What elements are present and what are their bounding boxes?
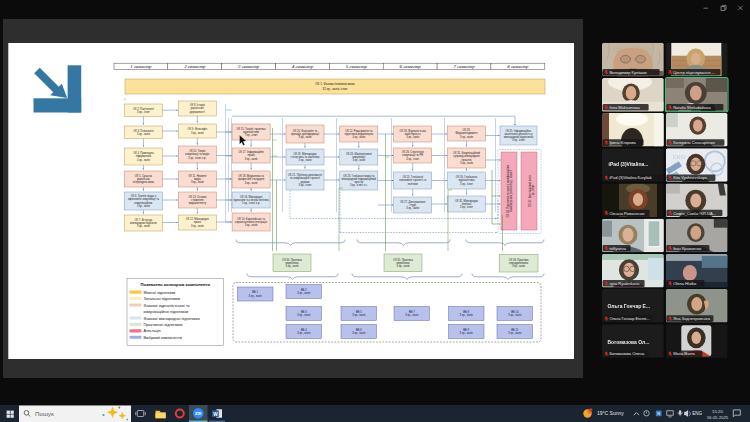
svg-text:3 кр., залік: 3 кр., залік	[512, 264, 526, 268]
svg-text:3 кр., залік: 3 кр., залік	[297, 331, 311, 335]
svg-text:3 кр., іспит: 3 кр., іспит	[512, 138, 526, 142]
svg-text:3 кр., залік: 3 кр., залік	[245, 157, 259, 161]
svg-text:Іван Кравченко: Іван Кравченко	[673, 246, 702, 251]
svg-text:W: W	[213, 412, 218, 417]
svg-text:політики: політики	[408, 182, 419, 186]
svg-text:Ірина Єгорова: Ірина Єгорова	[609, 140, 636, 145]
svg-text:5 кр., іспит, к.р.: 5 кр., іспит, к.р.	[188, 156, 206, 160]
svg-text:медіаконтенту: медіаконтенту	[189, 201, 207, 205]
svg-text:Irina Maksumova: Irina Maksumova	[609, 105, 640, 110]
svg-text:4 кр., іспит: 4 кр., іспит	[406, 157, 420, 161]
svg-text:3 кр., залік: 3 кр., залік	[397, 264, 411, 268]
svg-text:Пошук: Пошук	[35, 410, 54, 417]
svg-text:комунікаційної підготовки: комунікаційної підготовки	[144, 310, 189, 314]
svg-text:3 кр., залік: 3 кр., залік	[406, 135, 420, 139]
svg-text:3 кр., залік: 3 кр., залік	[352, 313, 366, 317]
svg-text:8 семестр: 8 семестр	[507, 64, 529, 69]
svg-text:4 семестр: 4 семестр	[292, 64, 314, 69]
svg-text:3 кр., залік: 3 кр., залік	[406, 206, 420, 210]
svg-text:7 кр., іспит: 7 кр., іспит	[245, 133, 259, 137]
svg-text:19°C Sunny: 19°C Sunny	[597, 410, 624, 416]
svg-text:Богомазова Олена: Богомазова Олена	[609, 351, 645, 356]
svg-text:7 семестр: 7 семестр	[453, 64, 475, 69]
svg-text:3 кр., залік: 3 кр., залік	[137, 204, 151, 208]
svg-text:5 семестр: 5 семестр	[346, 64, 368, 69]
svg-text:3 кр., залік: 3 кр., залік	[245, 223, 259, 227]
svg-text:3 кр., іспит: 3 кр., іспит	[299, 183, 313, 187]
svg-text:iPad (3)Vitalina Kuryliak: iPad (3)Vitalina Kuryliak	[609, 175, 651, 180]
svg-text:бакалаврської роботи 6 кр., за: бакалаврської роботи 6 кр., захист	[509, 169, 513, 212]
svg-text:Maria Burns: Maria Burns	[673, 351, 695, 356]
svg-text:Фахової міжнародної підготовки: Фахової міжнародної підготовки	[144, 317, 200, 321]
svg-text:3 кр., залік: 3 кр., залік	[137, 224, 151, 228]
svg-text:6 семестр: 6 семестр	[400, 64, 422, 69]
svg-text:1 семестр: 1 семестр	[130, 64, 152, 69]
svg-text:3 кр., залік: 3 кр., залік	[191, 180, 205, 184]
svg-text:3 кр., залік: 3 кр., залік	[352, 158, 366, 162]
svg-text:3 кр., залік: 3 кр., залік	[299, 158, 313, 162]
svg-text:3 кр., залік: 3 кр., залік	[460, 135, 474, 139]
svg-text:Центр ліцензування ...: Центр ліцензування ...	[673, 70, 715, 75]
svg-text:3 кр., залік: 3 кр., залік	[352, 331, 366, 335]
svg-text:Kita Vyshnevskaya: Kita Vyshnevskaya	[673, 175, 707, 180]
svg-text:3 кр., залік: 3 кр., залік	[460, 161, 474, 165]
svg-text:Olena Hlutko: Olena Hlutko	[673, 281, 697, 286]
svg-text:ЕКО: ЕКО	[673, 154, 686, 160]
svg-text:літературна мова: літературна мова	[133, 180, 155, 184]
svg-text:Позначено кольором компоненти: Позначено кольором компоненти	[140, 282, 210, 287]
svg-text:N: N	[657, 412, 660, 416]
svg-text:5 кр., іспит, к.р.: 5 кр., іспит, к.р.	[242, 201, 260, 205]
svg-text:Мовної підготовки: Мовної підготовки	[144, 291, 176, 295]
svg-text:4 кр., залік: 4 кр., залік	[137, 158, 151, 162]
svg-text:3 кр., залік: 3 кр., залік	[405, 313, 419, 317]
svg-text:3 кр., залік: 3 кр., залік	[508, 313, 522, 317]
svg-text:3 кр., залік: 3 кр., залік	[286, 264, 300, 268]
svg-text:3 кр., залік: 3 кр., залік	[191, 131, 205, 135]
svg-text:Атестація: Атестація	[144, 329, 161, 333]
svg-text:Загальної підготовки: Загальної підготовки	[144, 297, 180, 301]
svg-text:3 семестр: 3 семестр	[238, 64, 260, 69]
svg-text:Natalia Sheludiakova: Natalia Sheludiakova	[673, 105, 711, 110]
svg-text:2 семестр: 2 семестр	[184, 64, 206, 69]
svg-text:3 кр., залік: 3 кр., залік	[460, 313, 474, 317]
svg-text:державності: державності	[190, 110, 205, 114]
svg-text:3 кр., залік: 3 кр., залік	[191, 224, 205, 228]
svg-text:32 кр., залік, іспит: 32 кр., залік, іспит	[323, 87, 349, 91]
svg-text:Практичної підготовки: Практичної підготовки	[144, 323, 183, 327]
svg-text:ENG: ENG	[692, 411, 702, 416]
svg-text:3 кр., залік: 3 кр., залік	[508, 331, 522, 335]
svg-text:4 кр., залік: 4 кр., залік	[352, 135, 366, 139]
svg-text:1 кр., іспит: 1 кр., іспит	[531, 184, 535, 198]
svg-text:ОК 1. Фахова іноземна мова: ОК 1. Фахова іноземна мова	[315, 82, 355, 86]
svg-text:Богомазова Ол...: Богомазова Ол...	[608, 339, 650, 345]
svg-text:3 кр., залік: 3 кр., залік	[245, 181, 259, 185]
svg-text:tvfilyaeva: tvfilyaeva	[609, 246, 626, 251]
svg-text:Володимир Кулішов: Володимир Кулішов	[609, 70, 646, 75]
svg-text:3 кр., залік: 3 кр., залік	[460, 331, 474, 335]
svg-text:zm: zm	[195, 411, 201, 416]
svg-text:3 кр., залік: 3 кр., залік	[299, 135, 313, 139]
svg-text:3 кр., залік: 3 кр., залік	[297, 291, 311, 295]
svg-text:iPad (3)Vitalina...: iPad (3)Vitalina...	[609, 161, 650, 167]
svg-text:Катерина Слюсаренко: Катерина Слюсаренко	[673, 140, 715, 145]
svg-text:3 кр., залік: 3 кр., залік	[297, 313, 311, 317]
svg-text:Вибіркові компоненти: Вибіркові компоненти	[144, 336, 182, 340]
svg-text:15:20: 15:20	[712, 409, 723, 414]
svg-text:Фахової журналістської та: Фахової журналістської та	[144, 304, 191, 308]
svg-text:Софія_Скиба !KR.UA...: Софія_Скиба !KR.UA...	[673, 211, 716, 216]
svg-text:3 кр., іспит: 3 кр., іспит	[460, 205, 474, 209]
svg-text:16.05.2025: 16.05.2025	[707, 415, 729, 420]
svg-text:Яна Заднепровська: Яна Заднепровська	[673, 316, 710, 321]
svg-text:Ольга Гончар Е...: Ольга Гончар Е...	[608, 303, 651, 309]
svg-text:3 кр., залік: 3 кр., залік	[249, 294, 263, 298]
svg-text:Оксана Романенко: Оксана Романенко	[609, 211, 645, 216]
svg-text:3 кр., іспит: 3 кр., іспит	[137, 110, 151, 114]
svg-text:3 кр., іспит, к.с.: 3 кр., іспит, к.с.	[350, 183, 368, 187]
svg-text:3 кр., залік: 3 кр., залік	[137, 132, 151, 136]
svg-text:Ольга Гончар Експе...: Ольга Гончар Експе...	[609, 316, 649, 321]
svg-text:3 кр., іспит: 3 кр., іспит	[460, 182, 474, 186]
svg-text:ryna Ryabinkova: ryna Ryabinkova	[609, 281, 640, 286]
